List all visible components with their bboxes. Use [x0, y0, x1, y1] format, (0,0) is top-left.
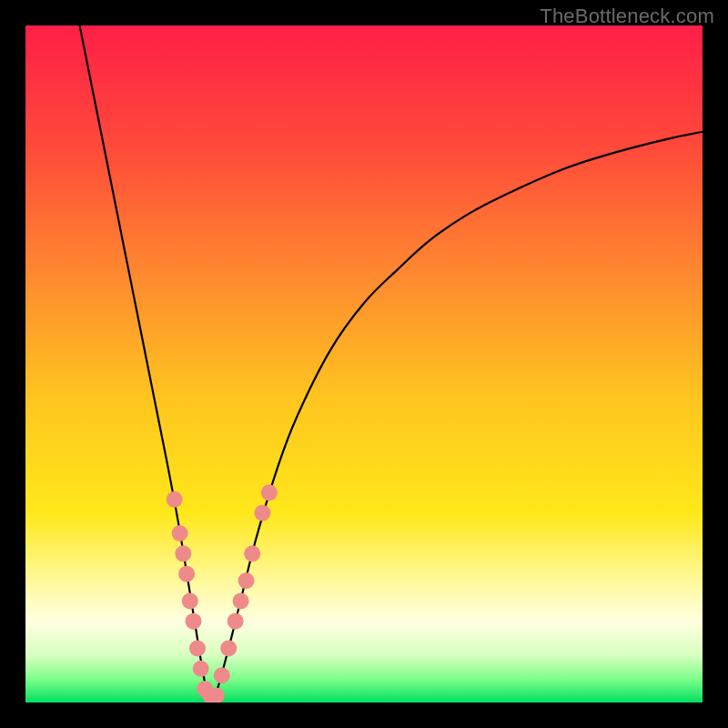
highlight-point — [238, 572, 255, 589]
highlight-point — [254, 505, 270, 521]
highlight-point — [214, 667, 230, 683]
plot-area — [25, 25, 703, 703]
highlight-point — [228, 613, 244, 630]
watermark-text: TheBottleneck.com — [540, 5, 714, 28]
chart-frame: TheBottleneck.com — [0, 0, 728, 728]
highlight-point — [167, 491, 183, 508]
highlight-point — [220, 640, 237, 656]
highlight-point — [178, 566, 195, 582]
highlight-point — [186, 613, 202, 630]
highlight-point — [189, 640, 206, 656]
highlight-point — [244, 545, 260, 561]
bottleneck-chart — [25, 25, 703, 703]
highlight-point — [193, 661, 209, 677]
highlight-point — [175, 545, 191, 561]
highlight-point — [182, 592, 198, 609]
highlight-point — [172, 525, 188, 541]
gradient-background — [25, 25, 703, 703]
highlight-point — [261, 484, 278, 500]
highlight-point — [233, 592, 249, 609]
